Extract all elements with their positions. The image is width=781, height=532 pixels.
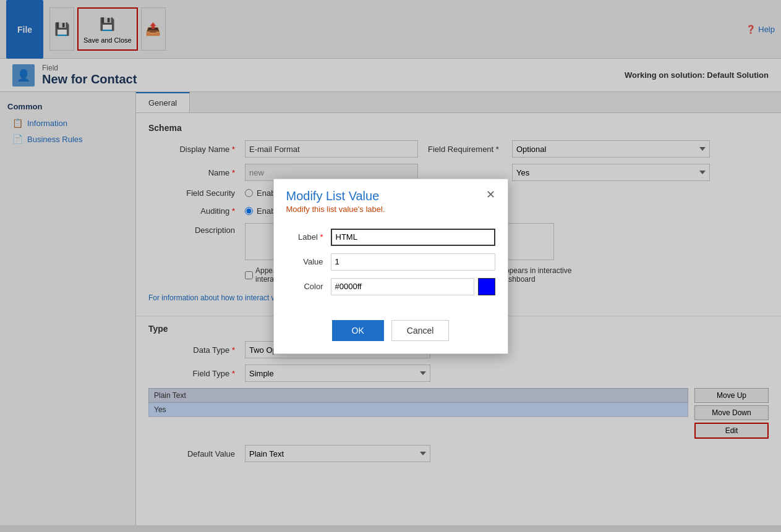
modal-title: Modify List Value — [286, 189, 385, 203]
modal-cancel-button[interactable]: Cancel — [391, 320, 450, 341]
modal-color-input[interactable] — [331, 278, 474, 295]
modal-color-row: Color — [286, 278, 495, 295]
modal-body: Label * Value Color — [274, 219, 508, 313]
modal-value-input[interactable] — [331, 253, 495, 271]
modal-color-group — [331, 278, 495, 295]
modal-color-swatch[interactable] — [478, 278, 495, 295]
modal-label-input[interactable] — [331, 229, 495, 246]
modal-dialog: Modify List Value Modify this list value… — [273, 179, 508, 354]
modal-overlay: Modify List Value Modify this list value… — [0, 0, 781, 525]
modal-color-label: Color — [286, 282, 323, 291]
modal-ok-button[interactable]: OK — [332, 320, 384, 341]
modal-subtitle: Modify this list value's label. — [286, 205, 385, 214]
modal-value-row: Value — [286, 253, 495, 271]
modal-label-label: Label * — [286, 232, 323, 242]
modal-header-content: Modify List Value Modify this list value… — [286, 189, 385, 214]
modal-label-row: Label * — [286, 229, 495, 246]
modal-header: Modify List Value Modify this list value… — [274, 179, 508, 219]
modal-value-label: Value — [286, 257, 323, 266]
modal-footer: OK Cancel — [274, 313, 508, 353]
modal-close-button[interactable]: ✕ — [486, 189, 495, 200]
